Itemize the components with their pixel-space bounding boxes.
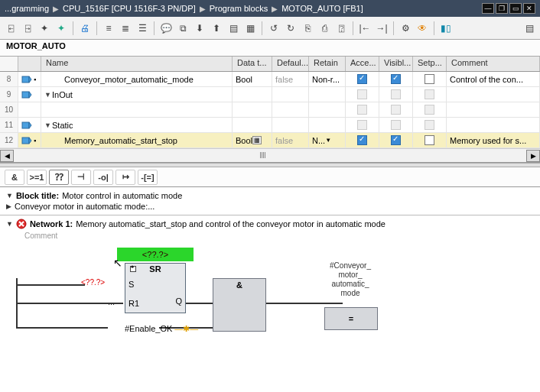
close-button[interactable]: ✕ <box>523 3 535 14</box>
col-setpoint[interactable]: Setp... <box>413 57 447 71</box>
table-row[interactable]: 8▪Conveyor_motor_automatic_modeBoolfalse… <box>0 72 540 87</box>
monitor-icon[interactable]: 👁 <box>415 21 430 36</box>
checkbox[interactable] <box>357 135 367 145</box>
sr-q-pin[interactable]: Q <box>175 296 182 306</box>
dropdown-icon[interactable]: ▼ <box>325 137 331 144</box>
default-cell[interactable] <box>272 87 309 102</box>
table-row[interactable]: 10 <box>0 102 540 118</box>
retain-cell[interactable] <box>309 87 346 102</box>
tb-icon[interactable]: ⍇ <box>3 21 18 36</box>
breadcrumb-part[interactable]: CPU_1516F [CPU 1516F-3 PN/DP] <box>63 4 196 13</box>
view-icon[interactable]: ☰ <box>135 21 150 36</box>
checkbox[interactable] <box>391 74 401 84</box>
tb-icon[interactable]: ⬆ <box>209 21 224 36</box>
lad-empty-box-button[interactable]: ⁇ <box>49 170 69 185</box>
col-default[interactable]: Defaul... <box>272 57 309 71</box>
lad-or-button[interactable]: >=1 <box>27 170 47 185</box>
comment-cell[interactable]: Control of the con... <box>447 72 540 87</box>
variable-name[interactable]: Static <box>52 121 73 130</box>
output-operand[interactable]: #Conveyor_motor_automatic_mode <box>312 261 389 298</box>
table-row[interactable]: 12▪Memory_automatic_start_stopBool ▦fals… <box>0 133 540 148</box>
col-accessible[interactable]: Acce... <box>346 57 379 71</box>
datatype-cell[interactable] <box>233 118 272 133</box>
datatype-cell[interactable] <box>233 87 272 102</box>
tb-icon[interactable]: ↺ <box>266 21 281 36</box>
checkbox[interactable] <box>357 74 367 84</box>
network-description[interactable]: Memory automatic_start_stop and control … <box>76 219 385 228</box>
operand-placeholder[interactable]: <??.?> <box>81 278 105 287</box>
tb-icon[interactable]: ⍰ <box>333 21 349 36</box>
col-retain[interactable]: Retain <box>309 57 346 71</box>
variable-name[interactable]: Conveyor_motor_automatic_mode <box>64 75 194 84</box>
comment-cell[interactable] <box>447 118 540 133</box>
tb-icon[interactable]: 🖨 <box>77 21 93 36</box>
scroll-left-button[interactable]: ◀ <box>0 150 14 162</box>
default-cell[interactable] <box>272 118 309 133</box>
datatype-cell[interactable]: Bool ▦ <box>233 133 272 148</box>
comment-cell[interactable] <box>447 102 540 118</box>
col-visible[interactable]: Visibl... <box>379 57 413 71</box>
breadcrumb-part[interactable]: MOTOR_AUTO [FB1] <box>281 4 363 13</box>
tb-icon[interactable]: ⧉ <box>175 21 190 36</box>
table-row[interactable]: 11▼Static <box>0 118 540 133</box>
default-cell[interactable] <box>272 102 309 118</box>
and-block[interactable]: & <box>213 278 266 332</box>
minimize-button[interactable]: — <box>482 3 494 14</box>
view-icon[interactable]: ≡ <box>101 21 116 36</box>
view-icon[interactable]: ≣ <box>118 21 133 36</box>
ladder-diagram[interactable]: <??.?> ↖ SR+ S R1 Q <??.?> ... & #Convey… <box>6 248 534 347</box>
datatype-cell[interactable]: Bool <box>233 72 272 87</box>
col-datatype[interactable]: Data t... <box>233 57 272 71</box>
tb-icon[interactable]: ⬇ <box>192 21 207 36</box>
variable-name[interactable]: InOut <box>52 90 73 99</box>
checkbox[interactable] <box>391 135 401 145</box>
lad-branch-button[interactable]: ↦ <box>115 170 135 185</box>
comment-cell[interactable] <box>447 87 540 102</box>
instance-placeholder[interactable]: <??.?> <box>117 248 194 261</box>
tb-icon[interactable]: ✦ <box>37 21 52 36</box>
retain-cell[interactable] <box>309 118 346 133</box>
sr-s-pin[interactable]: S <box>128 280 152 289</box>
restore-button[interactable]: ❐ <box>496 3 508 14</box>
lad-assign-button[interactable]: -[=] <box>138 170 158 185</box>
table-row[interactable]: 9▼InOut <box>0 87 540 102</box>
default-cell[interactable]: false <box>272 72 309 87</box>
collapse-icon[interactable]: ▼ <box>6 192 13 199</box>
default-cell[interactable]: false <box>272 133 309 148</box>
horizontal-scrollbar[interactable]: ◀ ▶ <box>0 148 540 162</box>
sr-r1-pin[interactable]: R1 <box>128 299 152 308</box>
retain-cell[interactable]: Non-r... <box>309 72 346 87</box>
sr-flipflop-block[interactable]: SR+ S R1 Q <box>125 263 186 313</box>
scroll-track[interactable] <box>14 150 526 162</box>
checkbox[interactable] <box>425 74 434 84</box>
network-comment[interactable]: Comment <box>6 229 534 245</box>
tb-icon[interactable]: →| <box>374 21 389 36</box>
operand-ellipsis[interactable]: ... <box>108 297 115 306</box>
tb-icon[interactable]: ⚙ <box>398 21 413 36</box>
tb-icon[interactable]: ⎘ <box>300 21 315 36</box>
enable-ok-operand[interactable]: #Enable_OK —✱— <box>125 324 198 334</box>
tb-icon[interactable]: ⍈ <box>20 21 35 36</box>
breadcrumb-part[interactable]: ...gramming <box>5 4 49 13</box>
expand-icon[interactable]: ▼ <box>44 91 50 99</box>
collapse-icon[interactable]: ▼ <box>6 220 13 228</box>
maximize-button[interactable]: ▭ <box>509 3 522 14</box>
col-name[interactable]: Name <box>41 57 233 71</box>
tb-icon[interactable]: ↻ <box>283 21 298 36</box>
tb-icon[interactable]: |← <box>357 21 372 36</box>
scroll-right-button[interactable]: ▶ <box>526 150 540 162</box>
tb-icon[interactable]: ✦ <box>54 21 69 36</box>
tb-icon[interactable]: ⎙ <box>317 21 332 36</box>
lad-coil-button[interactable]: -o| <box>93 170 113 185</box>
variable-name[interactable]: Memory_automatic_start_stop <box>64 136 177 145</box>
tb-icon[interactable]: ▤ <box>226 21 241 36</box>
tb-icon[interactable]: ▦ <box>242 21 258 36</box>
col-comment[interactable]: Comment <box>447 57 540 71</box>
block-title-value[interactable]: Motor control in automatic mode <box>62 191 182 200</box>
lad-contact-button[interactable]: ⊣ <box>71 170 91 185</box>
block-subtitle[interactable]: Conveyor motor in automatic mode:... <box>15 202 155 211</box>
expand-icon[interactable]: ▼ <box>44 121 50 129</box>
lad-and-button[interactable]: & <box>5 170 24 185</box>
tb-icon[interactable]: ▤ <box>522 21 537 36</box>
comment-icon[interactable]: 💬 <box>158 21 174 36</box>
